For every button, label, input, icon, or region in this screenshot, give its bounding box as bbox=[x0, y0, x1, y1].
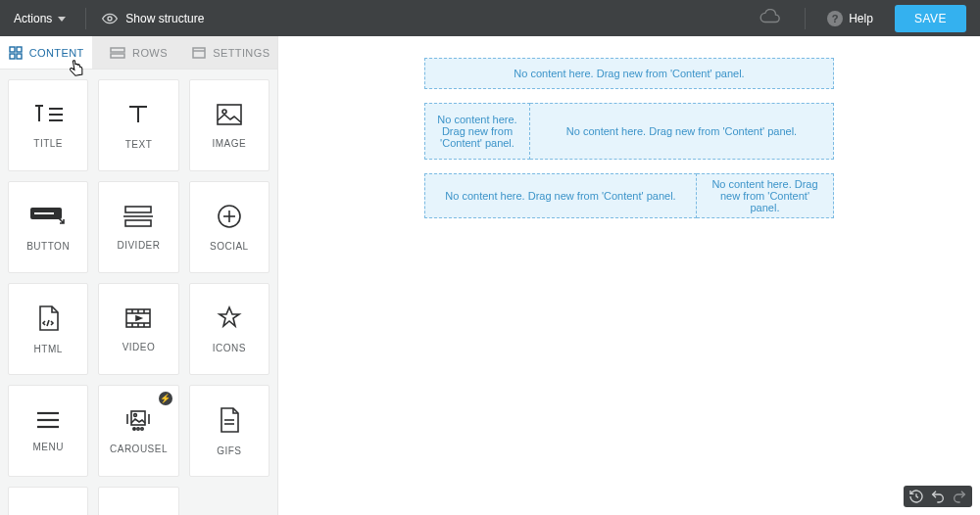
text-block[interactable]: TEXT bbox=[98, 79, 178, 171]
drop-zone[interactable]: No content here. Drag new from 'Content'… bbox=[530, 103, 834, 160]
svg-rect-4 bbox=[17, 54, 22, 59]
svg-point-37 bbox=[137, 427, 139, 429]
rows-icon bbox=[110, 46, 125, 60]
block-label: IMAGE bbox=[212, 138, 246, 149]
tab-rows[interactable]: ROWS bbox=[92, 36, 184, 69]
tab-settings[interactable]: SETTINGS bbox=[185, 36, 277, 69]
timer-block[interactable] bbox=[98, 487, 178, 515]
help-label: Help bbox=[849, 12, 873, 25]
cloud-sync-icon[interactable] bbox=[742, 9, 799, 27]
tab-settings-label: SETTINGS bbox=[213, 47, 270, 59]
block-label: GIFS bbox=[217, 445, 241, 456]
show-structure-label: Show structure bbox=[125, 12, 204, 25]
block-label: ICONS bbox=[213, 343, 246, 353]
tab-content-label: CONTENT bbox=[29, 47, 84, 59]
block-label: DIVIDER bbox=[117, 240, 160, 251]
svg-rect-12 bbox=[218, 105, 241, 124]
block-label: HTML bbox=[34, 344, 63, 354]
divider bbox=[805, 8, 806, 29]
svg-point-0 bbox=[108, 17, 112, 21]
save-button[interactable]: SAVE bbox=[895, 5, 966, 32]
svg-rect-18 bbox=[125, 220, 151, 226]
divider-block[interactable]: DIVIDER bbox=[98, 181, 178, 273]
svg-point-38 bbox=[141, 427, 143, 429]
svg-rect-3 bbox=[10, 54, 15, 59]
history-icon[interactable] bbox=[908, 489, 924, 504]
help-button[interactable]: ? Help bbox=[811, 11, 889, 26]
tab-content[interactable]: CONTENT bbox=[0, 36, 92, 69]
drop-zone[interactable]: No content here. Drag new from 'Content'… bbox=[424, 173, 697, 218]
block-label: VIDEO bbox=[122, 342, 156, 352]
help-icon: ? bbox=[827, 11, 843, 26]
redo-icon[interactable] bbox=[952, 489, 967, 504]
block-label: CAROUSEL bbox=[110, 444, 168, 454]
svg-rect-15 bbox=[34, 212, 54, 214]
svg-rect-2 bbox=[17, 47, 22, 52]
video-block[interactable]: VIDEO bbox=[98, 283, 178, 375]
svg-point-36 bbox=[133, 427, 135, 429]
block-label: TEXT bbox=[125, 139, 153, 150]
show-structure-toggle[interactable]: Show structure bbox=[92, 11, 214, 26]
svg-rect-7 bbox=[193, 48, 205, 58]
carousel-block[interactable]: ⚡ CAROUSEL bbox=[98, 385, 178, 477]
block-label: TITLE bbox=[33, 138, 63, 149]
content-blocks-grid: TITLE TEXT IMAGE BUTTON DIVIDER bbox=[0, 70, 277, 515]
sidebar: CONTENT ROWS SETTINGS TITLE bbox=[0, 36, 278, 515]
topbar: Actions Show structure ? Help SAVE bbox=[0, 0, 980, 36]
sticker-block[interactable] bbox=[8, 487, 88, 515]
canvas-row[interactable]: No content here. Drag new from 'Content'… bbox=[424, 173, 834, 218]
gifs-block[interactable]: GIFS bbox=[189, 385, 270, 477]
divider bbox=[85, 8, 86, 29]
block-label: SOCIAL bbox=[210, 241, 249, 252]
svg-rect-16 bbox=[125, 207, 151, 212]
block-label: MENU bbox=[32, 442, 63, 452]
canvas-row[interactable]: No content here. Drag new from 'Content'… bbox=[424, 103, 834, 160]
svg-point-35 bbox=[134, 413, 137, 416]
image-block[interactable]: IMAGE bbox=[189, 79, 270, 171]
block-label: BUTTON bbox=[26, 241, 70, 252]
history-tools bbox=[904, 486, 972, 507]
canvas[interactable]: No content here. Drag new from 'Content'… bbox=[278, 36, 980, 515]
menu-block[interactable]: MENU bbox=[8, 385, 88, 477]
actions-dropdown[interactable]: Actions bbox=[0, 0, 79, 36]
tab-rows-label: ROWS bbox=[132, 47, 168, 59]
eye-icon bbox=[102, 11, 118, 26]
social-block[interactable]: SOCIAL bbox=[189, 181, 270, 273]
actions-label: Actions bbox=[14, 12, 52, 25]
svg-rect-1 bbox=[10, 47, 15, 52]
grid-icon bbox=[9, 46, 23, 60]
drop-zone[interactable]: No content here. Drag new from 'Content'… bbox=[424, 103, 530, 160]
premium-badge-icon: ⚡ bbox=[159, 392, 172, 405]
drop-zone[interactable]: No content here. Drag new from 'Content'… bbox=[697, 173, 834, 218]
html-block[interactable]: HTML bbox=[8, 283, 88, 375]
undo-icon[interactable] bbox=[930, 489, 946, 504]
icons-block[interactable]: ICONS bbox=[189, 283, 270, 375]
drop-zone[interactable]: No content here. Drag new from 'Content'… bbox=[424, 58, 834, 89]
sidebar-tabs: CONTENT ROWS SETTINGS bbox=[0, 36, 277, 70]
svg-point-13 bbox=[222, 110, 226, 114]
settings-icon bbox=[192, 46, 206, 60]
svg-rect-34 bbox=[131, 411, 145, 425]
chevron-down-icon bbox=[58, 17, 66, 22]
svg-rect-6 bbox=[111, 54, 124, 58]
title-block[interactable]: TITLE bbox=[8, 79, 88, 171]
svg-rect-5 bbox=[111, 48, 124, 52]
canvas-row[interactable]: No content here. Drag new from 'Content'… bbox=[424, 58, 834, 89]
button-block[interactable]: BUTTON bbox=[8, 181, 88, 273]
